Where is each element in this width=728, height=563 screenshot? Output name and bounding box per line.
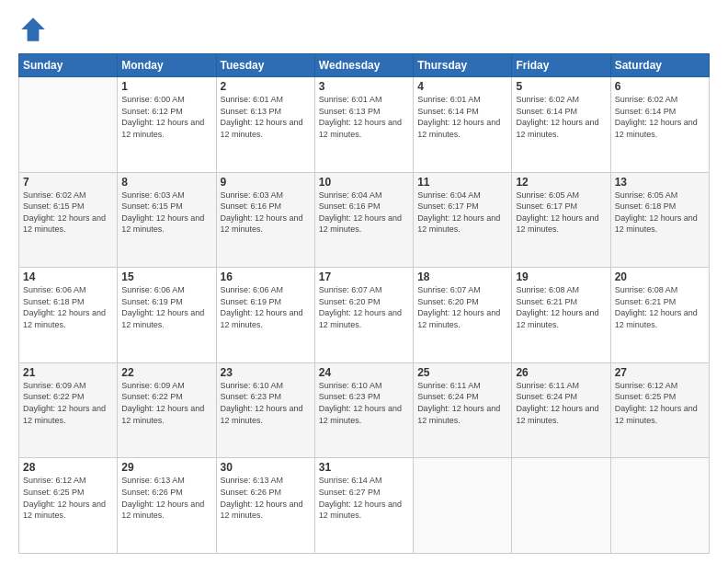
calendar-cell: 17Sunrise: 6:07 AMSunset: 6:20 PMDayligh… (314, 268, 413, 363)
weekday-header-saturday: Saturday (610, 54, 709, 77)
calendar-cell (512, 458, 610, 554)
calendar-cell: 9Sunrise: 6:03 AMSunset: 6:16 PMDaylight… (216, 172, 314, 268)
calendar-cell (414, 458, 512, 554)
day-number: 11 (417, 176, 507, 189)
day-info: Sunrise: 6:07 AMSunset: 6:20 PMDaylight:… (417, 284, 507, 330)
day-info: Sunrise: 6:04 AMSunset: 6:16 PMDaylight:… (319, 190, 409, 236)
day-info: Sunrise: 6:01 AMSunset: 6:13 PMDaylight:… (221, 94, 311, 140)
logo (18, 15, 51, 44)
day-number: 21 (23, 366, 113, 379)
calendar-cell: 13Sunrise: 6:05 AMSunset: 6:18 PMDayligh… (610, 172, 709, 268)
day-info: Sunrise: 6:06 AMSunset: 6:18 PMDaylight:… (23, 284, 113, 330)
day-number: 30 (221, 461, 311, 474)
day-number: 29 (121, 461, 211, 474)
day-number: 15 (121, 270, 211, 283)
header (18, 15, 710, 44)
calendar-cell: 5Sunrise: 6:02 AMSunset: 6:14 PMDaylight… (512, 77, 610, 173)
calendar-cell: 24Sunrise: 6:10 AMSunset: 6:23 PMDayligh… (314, 362, 413, 458)
calendar-cell: 30Sunrise: 6:13 AMSunset: 6:26 PMDayligh… (216, 458, 314, 554)
calendar-cell: 3Sunrise: 6:01 AMSunset: 6:13 PMDaylight… (314, 77, 413, 173)
calendar-cell: 28Sunrise: 6:12 AMSunset: 6:25 PMDayligh… (19, 458, 118, 554)
day-number: 20 (615, 270, 705, 283)
calendar-cell: 7Sunrise: 6:02 AMSunset: 6:15 PMDaylight… (19, 172, 118, 268)
day-number: 31 (319, 461, 409, 474)
calendar-cell: 21Sunrise: 6:09 AMSunset: 6:22 PMDayligh… (19, 362, 118, 458)
weekday-header-tuesday: Tuesday (216, 54, 314, 77)
calendar-cell: 2Sunrise: 6:01 AMSunset: 6:13 PMDaylight… (216, 77, 314, 173)
day-info: Sunrise: 6:05 AMSunset: 6:18 PMDaylight:… (615, 190, 705, 236)
day-info: Sunrise: 6:01 AMSunset: 6:14 PMDaylight:… (417, 94, 507, 140)
day-info: Sunrise: 6:13 AMSunset: 6:26 PMDaylight:… (221, 475, 311, 521)
calendar-cell: 25Sunrise: 6:11 AMSunset: 6:24 PMDayligh… (414, 362, 512, 458)
day-info: Sunrise: 6:09 AMSunset: 6:22 PMDaylight:… (23, 380, 113, 426)
day-info: Sunrise: 6:02 AMSunset: 6:14 PMDaylight:… (516, 94, 606, 140)
day-number: 14 (23, 270, 113, 283)
day-info: Sunrise: 6:02 AMSunset: 6:14 PMDaylight:… (615, 94, 705, 140)
calendar-cell: 6Sunrise: 6:02 AMSunset: 6:14 PMDaylight… (610, 77, 709, 173)
day-info: Sunrise: 6:08 AMSunset: 6:21 PMDaylight:… (615, 284, 705, 330)
day-info: Sunrise: 6:05 AMSunset: 6:17 PMDaylight:… (516, 190, 606, 236)
logo-icon (18, 15, 48, 44)
calendar-table: SundayMondayTuesdayWednesdayThursdayFrid… (18, 53, 710, 554)
day-number: 23 (221, 366, 311, 379)
day-info: Sunrise: 6:01 AMSunset: 6:13 PMDaylight:… (319, 94, 409, 140)
day-number: 7 (23, 176, 113, 189)
day-number: 19 (516, 270, 606, 283)
calendar-week-2: 7Sunrise: 6:02 AMSunset: 6:15 PMDaylight… (19, 172, 710, 268)
day-number: 22 (121, 366, 211, 379)
calendar-cell: 19Sunrise: 6:08 AMSunset: 6:21 PMDayligh… (512, 268, 610, 363)
calendar-week-4: 21Sunrise: 6:09 AMSunset: 6:22 PMDayligh… (19, 362, 710, 458)
calendar-week-5: 28Sunrise: 6:12 AMSunset: 6:25 PMDayligh… (19, 458, 710, 554)
day-number: 1 (121, 80, 211, 93)
day-number: 9 (221, 176, 311, 189)
day-number: 6 (615, 80, 705, 93)
day-info: Sunrise: 6:09 AMSunset: 6:22 PMDaylight:… (121, 380, 211, 426)
day-info: Sunrise: 6:11 AMSunset: 6:24 PMDaylight:… (417, 380, 507, 426)
calendar-cell (610, 458, 709, 554)
calendar-header-row: SundayMondayTuesdayWednesdayThursdayFrid… (19, 54, 710, 77)
day-info: Sunrise: 6:08 AMSunset: 6:21 PMDaylight:… (516, 284, 606, 330)
svg-marker-0 (21, 17, 45, 41)
weekday-header-monday: Monday (118, 54, 216, 77)
day-info: Sunrise: 6:04 AMSunset: 6:17 PMDaylight:… (417, 190, 507, 236)
calendar-cell: 27Sunrise: 6:12 AMSunset: 6:25 PMDayligh… (610, 362, 709, 458)
calendar-cell: 29Sunrise: 6:13 AMSunset: 6:26 PMDayligh… (118, 458, 216, 554)
weekday-header-wednesday: Wednesday (314, 54, 413, 77)
day-number: 17 (319, 270, 409, 283)
day-info: Sunrise: 6:13 AMSunset: 6:26 PMDaylight:… (121, 475, 211, 521)
day-number: 16 (221, 270, 311, 283)
calendar-cell: 18Sunrise: 6:07 AMSunset: 6:20 PMDayligh… (414, 268, 512, 363)
day-info: Sunrise: 6:11 AMSunset: 6:24 PMDaylight:… (516, 380, 606, 426)
calendar-cell: 22Sunrise: 6:09 AMSunset: 6:22 PMDayligh… (118, 362, 216, 458)
calendar-cell: 1Sunrise: 6:00 AMSunset: 6:12 PMDaylight… (118, 77, 216, 173)
calendar-cell: 26Sunrise: 6:11 AMSunset: 6:24 PMDayligh… (512, 362, 610, 458)
day-number: 2 (221, 80, 311, 93)
calendar-cell: 16Sunrise: 6:06 AMSunset: 6:19 PMDayligh… (216, 268, 314, 363)
day-info: Sunrise: 6:06 AMSunset: 6:19 PMDaylight:… (221, 284, 311, 330)
day-info: Sunrise: 6:03 AMSunset: 6:16 PMDaylight:… (221, 190, 311, 236)
weekday-header-friday: Friday (512, 54, 610, 77)
day-number: 28 (23, 461, 113, 474)
calendar-cell: 8Sunrise: 6:03 AMSunset: 6:15 PMDaylight… (118, 172, 216, 268)
calendar-cell: 14Sunrise: 6:06 AMSunset: 6:18 PMDayligh… (19, 268, 118, 363)
day-number: 5 (516, 80, 606, 93)
calendar-week-1: 1Sunrise: 6:00 AMSunset: 6:12 PMDaylight… (19, 77, 710, 173)
day-number: 10 (319, 176, 409, 189)
day-number: 24 (319, 366, 409, 379)
day-number: 3 (319, 80, 409, 93)
day-number: 8 (121, 176, 211, 189)
day-number: 26 (516, 366, 606, 379)
day-info: Sunrise: 6:10 AMSunset: 6:23 PMDaylight:… (221, 380, 311, 426)
calendar-cell: 15Sunrise: 6:06 AMSunset: 6:19 PMDayligh… (118, 268, 216, 363)
day-info: Sunrise: 6:00 AMSunset: 6:12 PMDaylight:… (121, 94, 211, 140)
calendar-week-3: 14Sunrise: 6:06 AMSunset: 6:18 PMDayligh… (19, 268, 710, 363)
calendar-cell (19, 77, 118, 173)
day-info: Sunrise: 6:03 AMSunset: 6:15 PMDaylight:… (121, 190, 211, 236)
day-info: Sunrise: 6:10 AMSunset: 6:23 PMDaylight:… (319, 380, 409, 426)
day-number: 25 (417, 366, 507, 379)
weekday-header-thursday: Thursday (414, 54, 512, 77)
page: SundayMondayTuesdayWednesdayThursdayFrid… (0, 0, 728, 563)
calendar-cell: 11Sunrise: 6:04 AMSunset: 6:17 PMDayligh… (414, 172, 512, 268)
day-number: 18 (417, 270, 507, 283)
day-number: 12 (516, 176, 606, 189)
